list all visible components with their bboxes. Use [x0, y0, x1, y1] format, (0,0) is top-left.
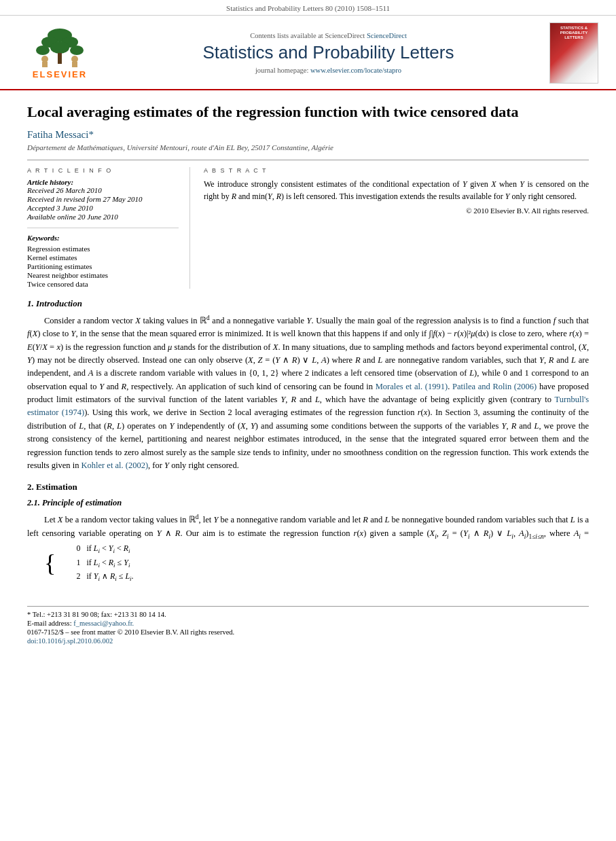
journal-homepage: journal homepage: www.elsevier.com/locat…	[114, 67, 543, 74]
main-content: Local averaging estimates of the regress…	[0, 90, 616, 596]
abstract-copyright: © 2010 Elsevier B.V. All rights reserved…	[204, 207, 589, 215]
article-title: Local averaging estimates of the regress…	[27, 103, 589, 122]
history-label: Article history:	[27, 178, 179, 186]
section-introduction-heading: 1. Introduction	[27, 298, 589, 309]
revised-date: Received in revised form 27 May 2010	[27, 195, 179, 203]
ref-turnbull[interactable]: Turnbull's estimator (1974)	[27, 395, 589, 417]
elsevier-wordmark: ELSEVIER	[33, 69, 87, 79]
section-estimation-heading: 2. Estimation	[27, 482, 589, 493]
keywords-section: Keywords: Regression estimates Kernel es…	[27, 228, 179, 288]
received-date: Received 26 March 2010	[27, 186, 179, 194]
affiliation: Département de Mathématiques, Université…	[27, 143, 589, 151]
svg-point-5	[50, 41, 69, 54]
keyword-1: Regression estimates	[27, 245, 179, 253]
email-link[interactable]: f_messaci@yahoo.fr.	[73, 620, 134, 627]
svg-point-10	[71, 56, 78, 62]
svg-point-8	[41, 56, 48, 62]
cover-title: STATISTICS & PROBABILITY LETTERS	[560, 26, 588, 41]
svg-rect-9	[42, 62, 48, 67]
ref-patilea[interactable]: Patilea and Rolin (2006)	[452, 382, 537, 391]
keyword-4: Nearest neighbor estimates	[27, 271, 179, 279]
top-reference-bar: Statistics and Probability Letters 80 (2…	[0, 0, 616, 16]
article-info-column: A R T I C L E I N F O Article history: R…	[27, 167, 190, 289]
abstract-label: A B S T R A C T	[204, 167, 589, 174]
introduction-paragraph: Consider a random vector X taking values…	[27, 313, 589, 473]
footnote-tel: * Tel.: +213 31 81 90 08; fax: +213 31 8…	[27, 611, 589, 618]
piecewise-case-0: 0 if Li < Yi < Ri	[59, 542, 133, 556]
info-abstract-section: A R T I C L E I N F O Article history: R…	[27, 160, 589, 289]
keyword-3: Partitioning estimates	[27, 262, 179, 270]
section-introduction: 1. Introduction Consider a random vector…	[27, 298, 589, 473]
footnote-email: E-mail address: f_messaci@yahoo.fr.	[27, 620, 589, 627]
svg-rect-7	[58, 53, 62, 64]
journal-cover-area: STATISTICS & PROBABILITY LETTERS	[549, 22, 604, 84]
page-container: Statistics and Probability Letters 80 (2…	[0, 0, 616, 841]
section-estimation: 2. Estimation 2.1. Principle of estimati…	[27, 482, 589, 584]
journal-reference: Statistics and Probability Letters 80 (2…	[226, 4, 390, 12]
elsevier-logo: ELSEVIER	[12, 27, 107, 79]
journal-title-area: Contents lists available at ScienceDirec…	[114, 32, 543, 73]
article-history: Article history: Received 26 March 2010 …	[27, 178, 179, 221]
estimation-paragraph: Let X be a random vector taking values i…	[27, 512, 589, 584]
piecewise-case-1: 1 if Li < Ri ≤ Yi	[59, 556, 133, 571]
doi-line: doi:10.1016/j.spl.2010.06.002	[27, 637, 589, 645]
publisher-logo-area: ELSEVIER	[12, 27, 107, 79]
journal-homepage-link[interactable]: www.elsevier.com/locate/stapro	[310, 67, 401, 74]
article-info-label: A R T I C L E I N F O	[27, 167, 179, 174]
keywords-label: Keywords:	[27, 234, 179, 242]
available-date: Available online 20 June 2010	[27, 213, 179, 221]
sciencedirect-link[interactable]: ScienceDirect	[367, 32, 407, 39]
abstract-column: A B S T R A C T We introduce strongly co…	[204, 167, 589, 289]
issn-line: 0167-7152/$ – see front matter © 2010 El…	[27, 628, 589, 636]
keyword-5: Twice censored data	[27, 280, 179, 288]
author-name: Fatiha Messaci*	[27, 129, 589, 141]
abstract-text: We introduce strongly consistent estimat…	[204, 178, 589, 202]
subsection-estimation-heading: 2.1. Principle of estimation	[27, 498, 589, 508]
journal-header: ELSEVIER Contents lists available at Sci…	[0, 16, 616, 90]
journal-title: Statistics and Probability Letters	[114, 42, 543, 63]
svg-point-4	[36, 46, 50, 55]
journal-cover-thumbnail: STATISTICS & PROBABILITY LETTERS	[549, 22, 598, 84]
page-footer: * Tel.: +213 31 81 90 08; fax: +213 31 8…	[27, 606, 589, 645]
piecewise-case-2: 2 if Yi ∧ Ri ≤ Li.	[59, 570, 133, 584]
accepted-date: Accepted 3 June 2010	[27, 204, 179, 212]
sciencedirect-line: Contents lists available at ScienceDirec…	[114, 32, 543, 39]
keyword-2: Kernel estimates	[27, 253, 179, 262]
ref-morales[interactable]: Morales et al. (1991)	[376, 382, 448, 391]
ref-kohler[interactable]: Kohler et al. (2002)	[81, 461, 149, 470]
svg-rect-11	[72, 62, 77, 67]
elsevier-tree-icon	[33, 27, 87, 68]
svg-point-6	[70, 46, 84, 55]
